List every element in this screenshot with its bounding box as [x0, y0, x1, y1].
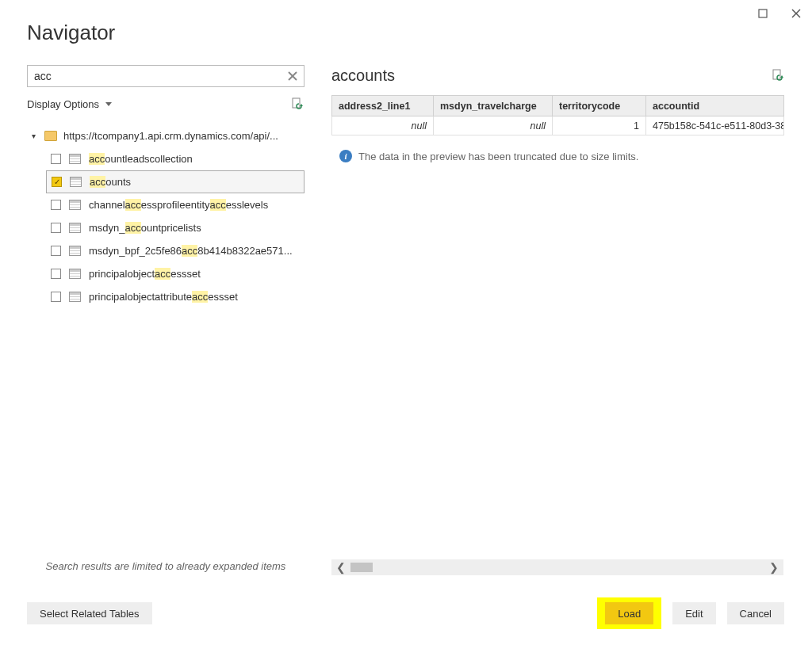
column-header[interactable]: accountid — [646, 96, 784, 116]
table-item-msdyn-bpf-2c5fe86acc8b414b8322ae571-[interactable]: msdyn_bpf_2c5fe86acc8b414b8322ae571... — [46, 239, 304, 262]
info-icon: i — [339, 150, 352, 162]
preview-scrollbar[interactable]: ❮ ❯ — [331, 559, 783, 575]
table-icon — [69, 154, 81, 164]
chevron-down-icon — [105, 102, 112, 106]
collapse-icon[interactable]: ▾ — [32, 132, 40, 139]
folder-icon — [44, 131, 57, 141]
column-header[interactable]: msdyn_travelcharge — [434, 96, 553, 116]
table-item-accountleadscollection[interactable]: accountleadscollection — [46, 147, 304, 170]
maximize-button[interactable] — [752, 5, 774, 22]
search-input[interactable] — [28, 70, 282, 82]
checkbox[interactable] — [51, 200, 61, 210]
table-icon — [69, 200, 81, 210]
close-button[interactable] — [785, 5, 807, 22]
load-highlight: Load — [597, 597, 661, 629]
cell: null — [434, 116, 553, 135]
table-icon — [69, 246, 81, 256]
cell: 1 — [553, 116, 646, 135]
table-icon — [69, 292, 81, 302]
checkbox[interactable] — [52, 177, 62, 187]
truncation-message: The data in the preview has been truncat… — [358, 151, 638, 162]
table-icon — [69, 223, 81, 233]
dialog-title: Navigator — [27, 21, 115, 45]
scroll-track[interactable] — [350, 563, 764, 572]
table-icon — [70, 177, 82, 187]
navigator-tree-pane: Display Options ▾ https://tcompany1.api.… — [27, 65, 304, 596]
svg-marker-6 — [300, 104, 303, 106]
checkbox[interactable] — [51, 269, 61, 279]
search-box[interactable] — [27, 65, 304, 87]
table-label: channelaccessprofileentityaccesslevels — [89, 199, 268, 211]
preview-table: address2_line1msdyn_travelchargeterritor… — [331, 95, 784, 135]
cell: 475b158c-541c-e511-80d3-38 — [646, 116, 784, 135]
display-options-dropdown[interactable]: Display Options — [27, 98, 112, 110]
scroll-right-icon[interactable]: ❯ — [764, 561, 783, 574]
table-item-channelaccessprofileentityaccesslevels[interactable]: channelaccessprofileentityaccesslevels — [46, 193, 304, 216]
table-label: msdyn_accountpricelists — [89, 222, 201, 234]
table-item-msdyn-accountpricelists[interactable]: msdyn_accountpricelists — [46, 216, 304, 239]
svg-marker-8 — [780, 75, 783, 78]
table-row[interactable]: nullnull1475b158c-541c-e511-80d3-38 — [332, 116, 784, 135]
table-item-accounts[interactable]: accounts — [46, 170, 304, 193]
display-options-label: Display Options — [27, 98, 99, 110]
table-item-principalobjectaccessset[interactable]: principalobjectaccessset — [46, 262, 304, 285]
table-label: principalobjectattributeaccessset — [89, 291, 238, 303]
tree-source-node[interactable]: ▾ https://tcompany1.api.crm.dynamics.com… — [27, 124, 304, 147]
table-icon — [69, 269, 81, 279]
checkbox[interactable] — [51, 154, 61, 164]
svg-rect-0 — [759, 10, 767, 17]
search-limit-note: Search results are limited to already ex… — [35, 560, 297, 572]
select-related-tables-button[interactable]: Select Related Tables — [27, 602, 152, 624]
checkbox[interactable] — [51, 292, 61, 302]
preview-title: accounts — [331, 67, 395, 85]
table-label: accounts — [90, 176, 131, 188]
table-label: msdyn_bpf_2c5fe86acc8b414b8322ae571... — [89, 245, 293, 257]
column-header[interactable]: territorycode — [553, 96, 646, 116]
table-item-principalobjectattributeaccessset[interactable]: principalobjectattributeaccessset — [46, 285, 304, 308]
refresh-icon[interactable] — [290, 97, 304, 110]
checkbox[interactable] — [51, 246, 61, 256]
load-button[interactable]: Load — [605, 602, 653, 624]
scroll-left-icon[interactable]: ❮ — [331, 561, 350, 574]
tree-root: ▾ https://tcompany1.api.crm.dynamics.com… — [27, 124, 304, 308]
cancel-button[interactable]: Cancel — [727, 602, 784, 624]
scroll-thumb[interactable] — [350, 563, 373, 572]
clear-search-icon[interactable] — [282, 66, 304, 86]
checkbox[interactable] — [51, 223, 61, 233]
cell: null — [332, 116, 434, 135]
preview-refresh-icon[interactable] — [771, 69, 783, 82]
column-header[interactable]: address2_line1 — [332, 96, 434, 116]
edit-button[interactable]: Edit — [672, 602, 715, 624]
source-label: https://tcompany1.api.crm.dynamics.com/a… — [63, 130, 278, 142]
table-label: principalobjectaccessset — [89, 268, 201, 280]
table-label: accountleadscollection — [89, 153, 193, 165]
